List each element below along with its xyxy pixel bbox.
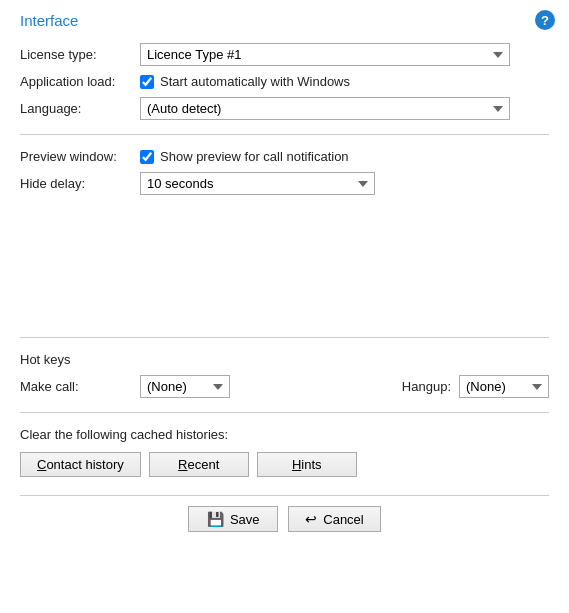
hide-delay-label: Hide delay: (20, 176, 140, 191)
license-type-row: License type: Licence Type #1 (20, 43, 549, 66)
auto-start-label: Start automatically with Windows (160, 74, 350, 89)
hangup-select[interactable]: (None) F1F2F3F4 F5F6F7F8 (459, 375, 549, 398)
hide-delay-select[interactable]: 5 seconds 10 seconds 15 seconds 30 secon… (140, 172, 375, 195)
save-icon: 💾 (207, 511, 224, 527)
language-label: Language: (20, 101, 140, 116)
page-title: Interface (20, 12, 549, 29)
application-load-row: Application load: Start automatically wi… (20, 74, 549, 89)
hints-button[interactable]: Hints (257, 452, 357, 477)
contact-history-button[interactable]: Contact history (20, 452, 141, 477)
make-call-label: Make call: (20, 379, 140, 394)
language-row: Language: (Auto detect) (20, 97, 549, 120)
cancel-button[interactable]: ↩ Cancel (288, 506, 380, 532)
preview-window-row: Preview window: Show preview for call no… (20, 149, 549, 164)
divider-1 (20, 134, 549, 135)
save-label: Save (230, 512, 260, 527)
application-load-label: Application load: (20, 74, 140, 89)
divider-3 (20, 412, 549, 413)
make-call-select[interactable]: (None) F1F2F3F4 F5F6F7F8 (140, 375, 230, 398)
preview-window-label: Preview window: (20, 149, 140, 164)
auto-start-checkbox[interactable] (140, 75, 154, 89)
clear-histories-label: Clear the following cached histories: (20, 427, 549, 442)
preview-label: Show preview for call notification (160, 149, 349, 164)
hot-keys-row: Make call: (None) F1F2F3F4 F5F6F7F8 Hang… (20, 375, 549, 398)
save-button[interactable]: 💾 Save (188, 506, 278, 532)
preview-checkbox[interactable] (140, 150, 154, 164)
spacer (20, 203, 549, 323)
license-type-label: License type: (20, 47, 140, 62)
cancel-icon: ↩ (305, 511, 317, 527)
language-select[interactable]: (Auto detect) (140, 97, 510, 120)
clear-buttons-group: Contact history Recent Hints (20, 452, 549, 477)
hot-keys-title: Hot keys (20, 352, 549, 367)
hot-keys-section: Hot keys Make call: (None) F1F2F3F4 F5F6… (20, 352, 549, 398)
hide-delay-row: Hide delay: 5 seconds 10 seconds 15 seco… (20, 172, 549, 195)
license-type-select[interactable]: Licence Type #1 (140, 43, 510, 66)
help-icon[interactable]: ? (535, 10, 555, 30)
divider-2 (20, 337, 549, 338)
bottom-bar: 💾 Save ↩ Cancel (20, 495, 549, 532)
hangup-label: Hangup: (402, 379, 451, 394)
recent-button[interactable]: Recent (149, 452, 249, 477)
clear-histories-section: Clear the following cached histories: Co… (20, 427, 549, 477)
cancel-label: Cancel (323, 512, 363, 527)
